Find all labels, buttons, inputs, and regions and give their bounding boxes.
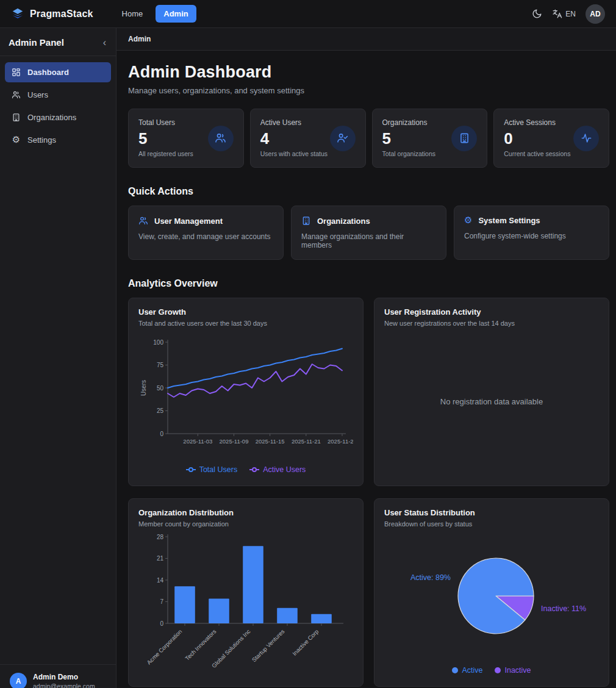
user-check-icon bbox=[330, 126, 356, 151]
sidebar-nav: Dashboard Users Organizations bbox=[0, 56, 116, 156]
user-status-card: User Status Distribution Breakdown of us… bbox=[374, 498, 609, 687]
users-icon bbox=[11, 90, 21, 99]
chart-title: User Registration Activity bbox=[384, 307, 599, 317]
quick-actions-heading: Quick Actions bbox=[128, 186, 609, 197]
legend-total-users[interactable]: Total Users bbox=[186, 465, 238, 474]
language-code: EN bbox=[565, 10, 576, 18]
building-icon bbox=[451, 126, 477, 151]
svg-text:Startup Ventures: Startup Ventures bbox=[251, 628, 286, 663]
activity-icon bbox=[573, 126, 599, 151]
chart-subtitle: New user registrations over the last 14 … bbox=[384, 320, 599, 327]
line-marker-icon bbox=[249, 467, 259, 472]
quick-action-desc: Configure system-wide settings bbox=[464, 232, 599, 240]
theme-toggle-button[interactable] bbox=[532, 9, 542, 19]
main-content: Admin Admin Dashboard Manage users, orga… bbox=[116, 28, 616, 688]
legend-inactive[interactable]: Inactive bbox=[495, 666, 531, 675]
org-distribution-card: Organization Distribution Member count b… bbox=[128, 498, 364, 687]
stat-sub: Total organizations bbox=[382, 150, 478, 157]
dashboard-icon bbox=[11, 68, 21, 77]
quick-actions-grid: User Management View, create, and manage… bbox=[128, 206, 609, 260]
quick-action-title: Organizations bbox=[317, 217, 370, 226]
legend-active[interactable]: Active bbox=[452, 666, 482, 675]
quick-action-system-settings[interactable]: ⚙ System Settings Configure system-wide … bbox=[454, 206, 609, 260]
svg-text:21: 21 bbox=[157, 555, 164, 562]
quick-action-user-management[interactable]: User Management View, create, and manage… bbox=[128, 206, 284, 260]
quick-action-title: User Management bbox=[154, 217, 223, 226]
line-marker-icon bbox=[186, 467, 196, 472]
svg-text:2025-11-03: 2025-11-03 bbox=[183, 438, 212, 445]
stat-card-total-users: Total Users 5 All registered users bbox=[128, 109, 244, 168]
sidebar-item-label: Organizations bbox=[27, 113, 76, 122]
sidebar-collapse-button[interactable]: ‹ bbox=[103, 38, 106, 48]
brand[interactable]: PragmaStack bbox=[11, 7, 93, 21]
page-title: Admin Dashboard bbox=[128, 63, 609, 82]
dot-icon bbox=[495, 667, 501, 673]
admin-sidebar: Admin Panel ‹ Dashboard bbox=[0, 28, 116, 688]
svg-text:0: 0 bbox=[160, 620, 163, 626]
users-icon bbox=[208, 126, 234, 151]
svg-text:2025-11-21: 2025-11-21 bbox=[292, 438, 321, 445]
chart-title: User Growth bbox=[138, 307, 353, 317]
sidebar-item-label: Users bbox=[27, 90, 48, 99]
analytics-heading: Analytics Overview bbox=[128, 278, 609, 289]
registration-activity-card: User Registration Activity New user regi… bbox=[374, 298, 609, 486]
sidebar-item-settings[interactable]: ⚙ Settings bbox=[5, 130, 111, 150]
stat-card-active-sessions: Active Sessions 0 Current active session… bbox=[493, 109, 609, 168]
svg-text:75: 75 bbox=[157, 362, 164, 368]
svg-text:Tech Innovators: Tech Innovators bbox=[184, 628, 217, 661]
svg-text:25: 25 bbox=[157, 407, 164, 414]
moon-icon bbox=[532, 9, 542, 19]
svg-text:Global Solutions Inc: Global Solutions Inc bbox=[210, 628, 252, 669]
stat-card-organizations: Organizations 5 Total organizations bbox=[372, 109, 488, 168]
stat-sub: All registered users bbox=[138, 150, 234, 157]
brand-name: PragmaStack bbox=[30, 9, 93, 20]
logo-layers-icon bbox=[11, 7, 24, 21]
svg-text:Users: Users bbox=[140, 379, 147, 395]
dot-icon bbox=[452, 667, 458, 673]
stat-sub: Users with active status bbox=[260, 150, 356, 157]
language-selector[interactable]: EN bbox=[552, 9, 576, 19]
nav-link-home[interactable]: Home bbox=[114, 5, 151, 23]
legend-active-users[interactable]: Active Users bbox=[249, 465, 306, 474]
building-icon bbox=[301, 216, 311, 226]
avatar: A bbox=[10, 673, 27, 688]
stat-sub: Current active sessions bbox=[504, 150, 599, 157]
svg-text:Inactive Corp: Inactive Corp bbox=[291, 628, 320, 656]
page-subtitle: Manage users, organizations, and system … bbox=[128, 86, 609, 95]
svg-text:2025-11-27: 2025-11-27 bbox=[328, 438, 353, 445]
quick-action-organizations[interactable]: Organizations Manage organizations and t… bbox=[291, 206, 446, 260]
user-email: admin@example.com bbox=[33, 683, 95, 688]
top-navbar: PragmaStack Home Admin EN AD bbox=[0, 0, 616, 28]
svg-text:100: 100 bbox=[153, 339, 163, 345]
user-status-pie-chart: Active: 89%Inactive: 11% bbox=[384, 528, 599, 666]
sidebar-item-users[interactable]: Users bbox=[5, 85, 111, 105]
svg-text:28: 28 bbox=[157, 533, 164, 540]
breadcrumb[interactable]: Admin bbox=[128, 35, 151, 43]
svg-text:Inactive: 11%: Inactive: 11% bbox=[541, 604, 586, 613]
chart-subtitle: Total and active users over the last 30 … bbox=[138, 320, 353, 327]
nav-link-admin[interactable]: Admin bbox=[156, 5, 196, 23]
sidebar-user-card[interactable]: A Admin Demo admin@example.com bbox=[0, 664, 116, 688]
user-name: Admin Demo bbox=[33, 673, 95, 681]
chart-subtitle: Member count by organization bbox=[138, 520, 353, 528]
svg-text:0: 0 bbox=[160, 430, 163, 437]
empty-state-message: No registration data available bbox=[440, 397, 543, 406]
sidebar-item-organizations[interactable]: Organizations bbox=[5, 107, 111, 127]
sidebar-title: Admin Panel bbox=[9, 37, 64, 48]
user-avatar[interactable]: AD bbox=[586, 4, 605, 24]
building-icon bbox=[11, 113, 21, 122]
user-growth-card: User Growth Total and active users over … bbox=[128, 298, 364, 486]
svg-text:2025-11-15: 2025-11-15 bbox=[256, 438, 285, 445]
breadcrumb-bar: Admin bbox=[116, 28, 616, 51]
sidebar-item-label: Settings bbox=[27, 135, 56, 145]
chart-subtitle: Breakdown of users by status bbox=[384, 520, 599, 528]
svg-text:Acme Corporation: Acme Corporation bbox=[145, 628, 183, 665]
gear-icon: ⚙ bbox=[464, 216, 472, 225]
line-chart-legend: Total Users Active Users bbox=[138, 465, 353, 476]
chart-title: Organization Distribution bbox=[138, 508, 353, 517]
org-distribution-chart: 07142128Acme CorporationTech InnovatorsG… bbox=[138, 528, 353, 677]
chart-title: User Status Distribution bbox=[384, 508, 599, 517]
pie-legend: Active Inactive bbox=[384, 666, 599, 677]
sidebar-item-dashboard[interactable]: Dashboard bbox=[5, 62, 111, 82]
user-growth-chart: 0255075100Users2025-11-032025-11-092025-… bbox=[138, 327, 353, 465]
